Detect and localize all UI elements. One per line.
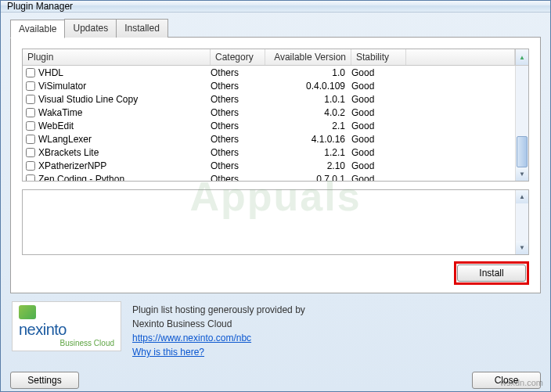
row-stability: Good xyxy=(351,67,406,78)
row-stability: Good xyxy=(351,134,406,145)
sponsor-info: Plugin list hosting generously provided … xyxy=(132,301,539,359)
row-plugin-name: XPatherizerNPP xyxy=(37,160,211,171)
col-header-spacer xyxy=(406,49,515,65)
row-checkbox-wrap xyxy=(23,106,37,120)
row-checkbox[interactable] xyxy=(26,161,35,171)
row-checkbox[interactable] xyxy=(26,68,35,77)
plugin-manager-window: Plugin Manager Available Updates Install… xyxy=(0,0,551,392)
row-version: 1.0 xyxy=(265,67,351,78)
settings-button[interactable]: Settings xyxy=(10,372,79,389)
row-checkbox-wrap xyxy=(23,132,37,146)
row-plugin-name: ViSimulator xyxy=(37,81,211,92)
row-stability: Good xyxy=(351,120,406,131)
bottom-bar: Settings Close xyxy=(1,367,550,392)
row-checkbox[interactable] xyxy=(26,121,35,131)
content-area: Available Updates Installed Plugin Categ… xyxy=(1,13,550,367)
table-row[interactable]: VHDLOthers1.0Good xyxy=(23,66,515,79)
table-row[interactable]: WebEditOthers2.1Good xyxy=(23,119,515,132)
detail-content xyxy=(23,190,515,254)
scroll-up-icon[interactable]: ▲ xyxy=(515,49,528,65)
row-stability: Good xyxy=(351,174,406,182)
row-category: Others xyxy=(211,67,265,78)
sponsor-tag: Business Cloud xyxy=(60,339,114,347)
row-checkbox[interactable] xyxy=(26,108,35,117)
row-checkbox[interactable] xyxy=(26,81,35,91)
tab-available[interactable]: Available xyxy=(10,20,65,38)
rows-container: VHDLOthers1.0GoodViSimulatorOthers0.4.0.… xyxy=(23,66,515,181)
row-checkbox-wrap xyxy=(23,79,37,93)
sponsor-logo-mark-icon xyxy=(19,305,36,319)
row-checkbox-wrap xyxy=(23,159,37,173)
table-row[interactable]: Visual Studio Line CopyOthers1.0.1Good xyxy=(23,92,515,106)
row-version: 0.7.0.1 xyxy=(265,174,351,182)
sponsor-line1: Plugin list hosting generously provided … xyxy=(132,303,539,317)
row-version: 1.2.1 xyxy=(265,147,351,158)
row-plugin-name: XBrackets Lite xyxy=(37,147,211,158)
row-stability: Good xyxy=(351,160,406,171)
tab-updates[interactable]: Updates xyxy=(64,19,117,38)
row-version: 1.0.1 xyxy=(265,94,351,105)
row-category: Others xyxy=(211,160,265,171)
row-checkbox[interactable] xyxy=(26,95,35,104)
row-checkbox-wrap xyxy=(23,66,37,80)
titlebar: Plugin Manager xyxy=(1,1,550,13)
tab-panel: Plugin Category Available Version Stabil… xyxy=(10,37,541,293)
row-category: Others xyxy=(211,94,265,105)
row-category: Others xyxy=(211,174,265,182)
col-header-category[interactable]: Category xyxy=(211,49,265,65)
row-category: Others xyxy=(211,120,265,131)
table-row[interactable]: WakaTimeOthers4.0.2Good xyxy=(23,106,515,119)
plugin-detail-panel: ▲ ▼ xyxy=(22,189,529,255)
table-row[interactable]: Zen Coding - PythonOthers0.7.0.1Good xyxy=(23,172,515,181)
row-plugin-name: Zen Coding - Python xyxy=(37,174,211,182)
col-header-stability[interactable]: Stability xyxy=(351,49,406,65)
sponsor-logo: nexinto Business Cloud xyxy=(12,301,121,351)
row-plugin-name: WebEdit xyxy=(37,120,211,131)
row-category: Others xyxy=(211,107,265,118)
detail-scrollbar[interactable]: ▲ ▼ xyxy=(515,190,528,254)
row-stability: Good xyxy=(351,81,406,92)
sponsor-why-link[interactable]: Why is this here? xyxy=(132,347,204,358)
detail-scroll-up-icon[interactable]: ▲ xyxy=(516,190,528,203)
sponsor-link[interactable]: https://www.nexinto.com/nbc xyxy=(132,333,251,343)
row-stability: Good xyxy=(351,107,406,118)
table-row[interactable]: XPatherizerNPPOthers2.10Good xyxy=(23,159,515,172)
row-version: 0.4.0.109 xyxy=(265,81,351,92)
row-stability: Good xyxy=(351,147,406,158)
detail-scroll-down-icon[interactable]: ▼ xyxy=(516,241,528,254)
row-plugin-name: Visual Studio Line Copy xyxy=(37,94,211,105)
row-category: Others xyxy=(211,147,265,158)
plugin-list: Plugin Category Available Version Stabil… xyxy=(22,49,529,182)
scroll-down-icon[interactable]: ▼ xyxy=(516,167,528,181)
tab-installed[interactable]: Installed xyxy=(116,19,168,38)
table-row[interactable]: WLangLexerOthers4.1.0.16Good xyxy=(23,132,515,146)
row-plugin-name: VHDL xyxy=(37,67,211,78)
table-row[interactable]: ViSimulatorOthers0.4.0.109Good xyxy=(23,79,515,92)
sponsor-footer: nexinto Business Cloud Plugin list hosti… xyxy=(10,298,541,359)
table-row[interactable]: XBrackets LiteOthers1.2.1Good xyxy=(23,146,515,159)
list-body: VHDLOthers1.0GoodViSimulatorOthers0.4.0.… xyxy=(23,66,528,181)
col-header-plugin[interactable]: Plugin xyxy=(23,49,211,65)
window-title: Plugin Manager xyxy=(7,1,73,12)
row-checkbox-wrap xyxy=(23,146,37,160)
row-plugin-name: WakaTime xyxy=(37,107,211,118)
row-checkbox-wrap xyxy=(23,119,37,133)
row-version: 4.1.0.16 xyxy=(265,134,351,145)
col-header-version[interactable]: Available Version xyxy=(265,49,351,65)
list-header: Plugin Category Available Version Stabil… xyxy=(23,49,528,66)
row-plugin-name: WLangLexer xyxy=(37,134,211,145)
close-button[interactable]: Close xyxy=(472,372,541,389)
row-checkbox[interactable] xyxy=(26,174,35,182)
row-checkbox[interactable] xyxy=(26,148,35,157)
row-checkbox[interactable] xyxy=(26,135,35,144)
install-button[interactable]: Install xyxy=(457,264,526,282)
scrollbar-thumb[interactable] xyxy=(517,136,528,167)
install-highlight: Install xyxy=(454,261,529,285)
row-category: Others xyxy=(211,81,265,92)
row-version: 2.10 xyxy=(265,160,351,171)
vertical-scrollbar[interactable]: ▼ xyxy=(515,66,528,181)
row-stability: Good xyxy=(351,94,406,105)
sponsor-brand: nexinto xyxy=(19,321,67,339)
row-version: 4.0.2 xyxy=(265,107,351,118)
sponsor-line2: Nexinto Business Cloud xyxy=(132,317,539,331)
